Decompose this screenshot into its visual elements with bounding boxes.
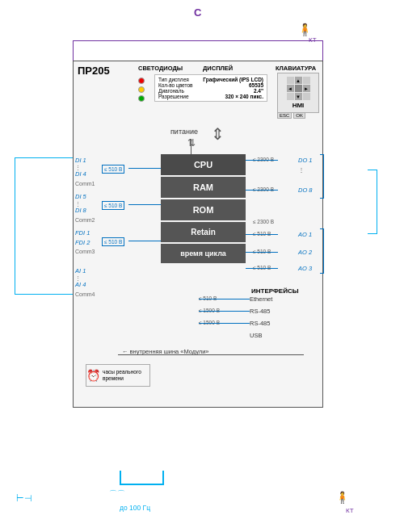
ai1-label: AI 1 bbox=[75, 267, 86, 274]
do-bracket bbox=[320, 154, 324, 199]
di8-label2: DI 8 bbox=[75, 207, 86, 214]
device-box: ПР205 СВЕТОДИОДЫ ДИСПЛЕЙ КЛАВИАТУРА Тип … bbox=[73, 61, 323, 408]
di1-label: DI 1 bbox=[75, 157, 86, 164]
hmi-nav-grid: ▲ ◄ ► ▼ bbox=[287, 77, 310, 100]
ao-voltage1: ≤ 2300 В bbox=[253, 219, 274, 224]
interfaces-title: ИНТЕРФЕЙСЫ bbox=[251, 287, 299, 295]
display-resolution-label: Разрешение bbox=[158, 94, 189, 99]
do1-label: DO 1 bbox=[298, 157, 313, 164]
big-double-arrow: ⇕ bbox=[211, 124, 225, 144]
fdi-voltage-box: ≤ 510 В bbox=[102, 237, 124, 246]
big-arrow-area: ⇕ bbox=[193, 126, 242, 142]
bottom-right-icon: 🧍 bbox=[335, 491, 349, 504]
ao-bracket bbox=[320, 228, 324, 274]
hmi-ok-btn[interactable]: OK bbox=[293, 112, 305, 119]
fdi1-label: FDI 1 bbox=[75, 229, 90, 237]
bottom-signal-wave: ⌒⌒ bbox=[109, 488, 125, 500]
ao1-label: AO 1 bbox=[298, 231, 312, 238]
comm1-label: Comm1 bbox=[75, 181, 95, 186]
do-dots: ⋮ bbox=[298, 166, 305, 174]
di5-line bbox=[128, 204, 161, 205]
do1-line bbox=[246, 160, 278, 161]
bottom-right-label: КТ bbox=[346, 507, 354, 514]
display-section-header: ДИСПЛЕЙ bbox=[203, 65, 233, 72]
usb-label: USB bbox=[250, 332, 262, 339]
clock-label: часы реального времени bbox=[103, 369, 149, 382]
keyboard-section-header: КЛАВИАТУРА bbox=[276, 65, 316, 72]
bottom-brace bbox=[120, 471, 164, 485]
rom-item: ROM bbox=[161, 199, 246, 220]
internal-bus-line bbox=[118, 354, 304, 355]
display-type-label: Тип дисплея bbox=[158, 77, 189, 82]
bottom-left-signal: ⊢⊣ bbox=[16, 493, 32, 504]
display-colors-value: 65535 bbox=[249, 82, 263, 88]
ao2-label: AO 2 bbox=[298, 249, 312, 256]
main-container: С 🧍 КТ ПР205 СВЕТОДИОДЫ ДИСПЛЕЙ КЛАВИАТУ… bbox=[0, 0, 404, 532]
ao3-line bbox=[246, 268, 278, 269]
left-bracket-di bbox=[15, 157, 73, 295]
di5-label: DI 5 bbox=[75, 193, 86, 200]
do8-label: DO 8 bbox=[298, 186, 313, 194]
hmi-box: ▲ ◄ ► ▼ HMI bbox=[277, 73, 319, 113]
comm4-label: Comm4 bbox=[75, 291, 95, 297]
display-info-box: Тип дисплеяГрафический (IPS LCD) Кол-во … bbox=[154, 74, 267, 102]
eth-label: Ethernet bbox=[250, 295, 272, 303]
led-green bbox=[138, 95, 145, 102]
clock-box: ⏰ часы реального времени bbox=[86, 364, 150, 387]
clock-icon: ⏰ bbox=[86, 369, 100, 382]
led-red bbox=[138, 77, 145, 84]
display-colors-label: Кол-во цветов bbox=[158, 82, 193, 88]
display-type-value: Графический (IPS LCD) bbox=[203, 77, 263, 82]
led-indicators bbox=[138, 77, 145, 102]
ao2-line bbox=[246, 252, 278, 253]
display-resolution-value: 320 × 240 пикс. bbox=[225, 94, 263, 99]
rs485-1-label: RS-485 bbox=[250, 308, 270, 315]
ai4-label2: AI 4 bbox=[75, 281, 86, 288]
cpu-item: CPU bbox=[161, 154, 246, 175]
rs485-1-line bbox=[199, 311, 250, 312]
di4-label2: DI 4 bbox=[75, 170, 86, 178]
comm3-label: Comm3 bbox=[75, 249, 95, 254]
rs485-2-line bbox=[199, 323, 250, 324]
di1-line bbox=[128, 168, 161, 169]
retain-item: Retain bbox=[161, 222, 246, 242]
di1-voltage-box: ≤ 510 В bbox=[102, 165, 124, 174]
display-diagonal-value: 2.4" bbox=[254, 88, 263, 94]
fdi2-label: FDI 2 bbox=[75, 239, 90, 246]
led-yellow bbox=[138, 86, 145, 93]
top-brace bbox=[73, 40, 323, 61]
ao3-label: AO 3 bbox=[298, 265, 312, 272]
hmi-esc-btn[interactable]: ESC bbox=[277, 112, 292, 119]
bottom-center-label: до 100 Гц bbox=[120, 504, 150, 512]
cpu-block: CPU RAM ROM Retain время цикла bbox=[161, 154, 246, 263]
top-c-label: С bbox=[194, 6, 201, 19]
right-bracket-do bbox=[368, 170, 377, 234]
display-diagonal-label: Диагональ bbox=[158, 88, 184, 94]
do8-line bbox=[246, 190, 278, 191]
led-section-header: СВЕТОДИОДЫ bbox=[138, 65, 183, 72]
comm2-label: Comm2 bbox=[75, 217, 95, 223]
device-title: ПР205 bbox=[78, 65, 110, 77]
rs485-2-label: RS-485 bbox=[250, 320, 270, 327]
fdi-line bbox=[128, 241, 161, 241]
cycle-item: время цикла bbox=[161, 244, 246, 263]
ao1-line bbox=[246, 234, 278, 235]
top-right-icon: 🧍 bbox=[297, 23, 313, 37]
ram-item: RAM bbox=[161, 177, 246, 198]
eth-line bbox=[199, 299, 250, 300]
di5-voltage-box: ≤ 510 В bbox=[102, 201, 124, 210]
hmi-buttons: ESC OK bbox=[277, 112, 305, 119]
hmi-label: HMI bbox=[292, 102, 305, 109]
top-right-icon-label: КТ bbox=[309, 36, 317, 44]
